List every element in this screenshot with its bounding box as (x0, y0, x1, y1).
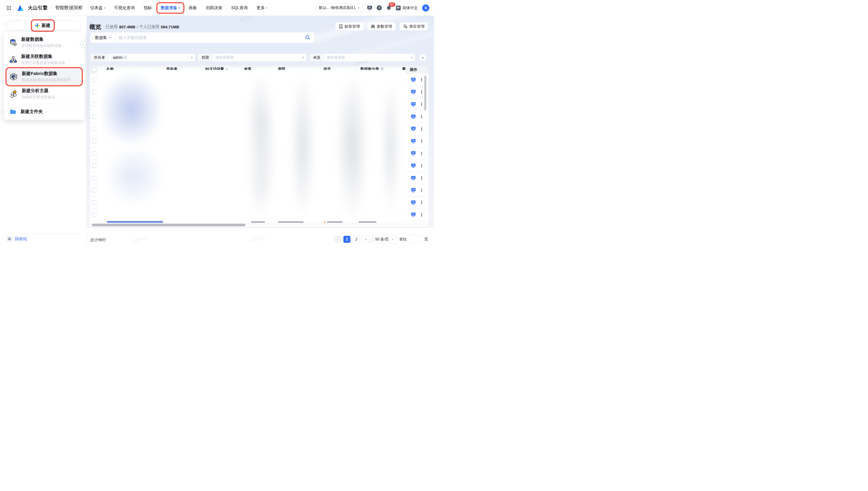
visual-query-icon[interactable] (411, 212, 416, 217)
notifications-bell-icon[interactable]: 57 (386, 5, 391, 11)
column-header-visits[interactable]: 90天访问量 ▲ (205, 67, 228, 70)
workspace-monitor-icon[interactable] (367, 5, 372, 10)
language-switcher[interactable]: 中 简体中文 (396, 5, 418, 11)
help-icon[interactable]: ? (377, 5, 382, 10)
language-icon: 中 (396, 6, 401, 10)
visual-query-icon[interactable] (411, 139, 416, 143)
nav-item-more[interactable]: 更多▾ (257, 5, 268, 11)
row-checkbox[interactable] (92, 90, 96, 94)
new-dropdown-menu: 新建数据集 使用数据连接创建数据集 新建关联数据集 使用已有数据集创建数据集 (4, 32, 84, 120)
more-actions-icon[interactable]: ⋮ (420, 102, 424, 107)
nav-item-data-preparation[interactable]: 数据准备▾ (161, 5, 180, 11)
row-checkbox[interactable] (92, 151, 96, 155)
row-checkbox[interactable] (92, 115, 96, 119)
row-checkbox[interactable] (92, 126, 96, 131)
more-actions-icon[interactable]: ⋮ (420, 188, 424, 193)
nav-menu: 仪表盘▾ 可视化查询 指标 数据准备▾ 画板 归因决策 SQL查询 (90, 0, 268, 16)
visual-query-icon[interactable] (411, 164, 416, 168)
more-actions-icon[interactable]: ⋮ (420, 139, 424, 143)
source-filter[interactable]: 来源 请选择来源 ▾ (309, 53, 415, 62)
nav-item-canvas[interactable]: 画板 (189, 5, 197, 11)
goto-page-input[interactable] (409, 235, 422, 244)
select-all-checkbox[interactable] (92, 67, 96, 72)
row-checkbox[interactable] (92, 164, 96, 168)
row-checkbox[interactable] (92, 102, 96, 107)
owner-filter[interactable]: 所有者 admin × ▾ (90, 53, 195, 62)
more-actions-icon[interactable]: ⋮ (420, 212, 424, 217)
permission-filter[interactable]: 权限 请选择权限 ▾ (198, 53, 307, 62)
column-header-name[interactable]: 名称 (106, 67, 114, 70)
row-checkbox[interactable] (92, 78, 96, 82)
category-gear-icon (403, 25, 408, 28)
nav-item-visual-query[interactable]: 可视化查询 (114, 5, 135, 11)
parameter-management-button[interactable]: 参数管理 (368, 22, 396, 30)
menu-item-new-folder[interactable]: 新建文件夹 (6, 106, 82, 118)
page-size-selector[interactable]: 50 条/页 ∨ (372, 235, 397, 244)
app-grid-icon[interactable] (6, 6, 11, 10)
recycle-bin-link[interactable]: ♻ 回收站 (6, 236, 27, 242)
visual-query-icon[interactable] (411, 188, 416, 192)
visual-query-icon[interactable] (411, 115, 416, 119)
category-management-button[interactable]: 类目管理 (400, 22, 428, 30)
more-actions-icon[interactable]: ⋮ (420, 126, 424, 131)
next-page-button[interactable]: › (362, 236, 369, 243)
row-checkbox[interactable] (92, 212, 96, 217)
search-icon[interactable] (301, 35, 314, 40)
new-button[interactable]: 新建 (5, 20, 81, 31)
page-2-button[interactable]: 2 (353, 236, 360, 243)
menu-item-new-linked-dataset[interactable]: 新建关联数据集 使用已有数据集创建数据集 (6, 51, 82, 68)
more-actions-icon[interactable]: ⋮ (420, 151, 424, 156)
page-1-button[interactable]: 1 (343, 236, 351, 243)
filter-funnel-icon[interactable] (381, 67, 384, 70)
column-header-owner[interactable]: 所有者 (166, 67, 177, 70)
more-actions-icon[interactable]: ⋮ (420, 114, 424, 119)
prev-page-button[interactable]: ‹ (334, 236, 341, 243)
horizontal-scrollbar-thumb[interactable] (92, 224, 245, 226)
avatar[interactable]: A (422, 4, 429, 11)
new-button-label: 新建 (41, 23, 51, 28)
more-actions-icon[interactable]: ⋮ (420, 163, 424, 168)
sort-ascending-icon[interactable]: ▲ (226, 67, 228, 70)
visual-query-icon[interactable] (411, 176, 416, 180)
search-input[interactable] (115, 35, 301, 40)
column-header-actions: 操作 (406, 65, 429, 74)
more-actions-icon[interactable]: ⋮ (420, 200, 424, 205)
column-header-category[interactable]: 数据集分类 (361, 67, 384, 70)
column-header-status[interactable]: 状态 (324, 67, 331, 70)
expand-filters-button[interactable]: ∨ (419, 54, 427, 61)
tag-management-button[interactable]: 标签管理 (335, 22, 363, 30)
search-scope-selector[interactable]: 数据集 ▾ (90, 35, 115, 40)
row-checkbox[interactable] (92, 188, 96, 192)
more-actions-icon[interactable]: ⋮ (420, 90, 424, 94)
row-checkbox[interactable] (92, 139, 96, 143)
row-checkbox[interactable] (92, 200, 96, 205)
menu-item-new-dataset[interactable]: 新建数据集 使用数据连接创建数据集 (6, 34, 82, 51)
nav-item-dashboard[interactable]: 仪表盘▾ (90, 5, 105, 11)
visual-query-icon[interactable] (411, 102, 416, 107)
column-header-type[interactable]: 类型 (278, 67, 285, 70)
visual-query-icon[interactable] (411, 78, 416, 82)
visual-query-icon[interactable] (411, 126, 416, 131)
nav-item-metrics[interactable]: 指标 (144, 5, 152, 11)
nav-item-attribution[interactable]: 归因决策 (206, 5, 222, 11)
project-selector[interactable]: 默认... /验收测试项目1 ▾ (316, 3, 363, 12)
visual-query-icon[interactable] (411, 200, 416, 205)
visual-query-icon[interactable] (411, 90, 416, 94)
more-actions-icon[interactable]: ⋮ (420, 77, 424, 82)
column-header-source[interactable]: 来源 (244, 67, 251, 70)
row-actions: ⋮ (405, 172, 429, 184)
sidebar: 新建 新建数据集 使用数据连接创建数据集 (0, 16, 87, 246)
menu-item-new-fabric-dataset[interactable]: 新建Fabric数据集 数据连接/数据集创建逻辑模型 (6, 68, 82, 85)
nav-item-sql-query[interactable]: SQL查询 (231, 5, 248, 11)
sidebar-collapse-button[interactable]: ‹ (80, 41, 86, 47)
more-actions-icon[interactable]: ⋮ (420, 176, 424, 180)
row-checkbox[interactable] (92, 176, 96, 180)
close-icon[interactable]: × (124, 55, 126, 60)
visual-query-icon[interactable] (411, 151, 416, 155)
chevron-down-icon: ▾ (302, 56, 306, 59)
menu-item-new-analysis-theme[interactable]: 新建分析主题 指标和分析维度集合 (6, 85, 82, 103)
row-actions: ⋮ (405, 148, 429, 160)
vertical-scrollbar-thumb[interactable] (424, 76, 426, 110)
top-nav: 火山引擎 智能数据洞察 仪表盘▾ 可视化查询 指标 数据准备▾ 画板 (0, 0, 434, 16)
row-actions: ⋮ (405, 197, 429, 209)
